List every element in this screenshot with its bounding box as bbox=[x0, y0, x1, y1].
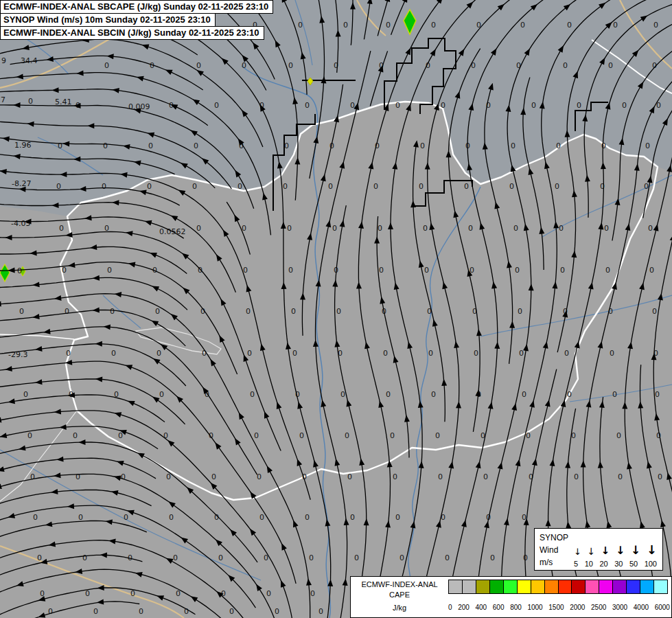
wind-arrow-icon: ↓ bbox=[574, 547, 581, 556]
wind-speed-arrows: ↓↓↓↓↓↓ bbox=[574, 530, 657, 556]
cape-legend: ECMWF-INDEX-ANAL CAPE J/kg 0200400600800… bbox=[350, 576, 672, 618]
cape-color-cell bbox=[613, 580, 627, 593]
cape-tick-label: 6000 bbox=[655, 604, 670, 612]
map-title-line-2: SYNOP Wind (m/s) 10m Sunday 02-11-2025 2… bbox=[0, 13, 216, 27]
cape-tick-label: 800 bbox=[510, 604, 522, 612]
wind-arrow-icon: ↓ bbox=[601, 546, 610, 556]
cape-color-cell bbox=[518, 580, 531, 593]
cape-tick-label: 1000 bbox=[527, 604, 542, 612]
cape-color-cell bbox=[599, 580, 613, 593]
wind-arrow-icon: ↓ bbox=[647, 544, 657, 556]
cape-tick-label: 2500 bbox=[591, 604, 606, 612]
cape-colorbar bbox=[448, 580, 668, 594]
weather-map-canvas: 0000000000000000000000000000000000000000… bbox=[0, 0, 672, 618]
cape-legend-title-line1: ECMWF-INDEX-ANAL bbox=[351, 580, 448, 590]
cape-color-cell bbox=[490, 580, 504, 593]
wind-legend-unit: m/s bbox=[540, 556, 572, 569]
cape-tick-label: 4000 bbox=[634, 604, 649, 612]
wind-streamlines-layer bbox=[0, 0, 672, 618]
cape-tick-label: 3000 bbox=[612, 604, 627, 612]
cape-legend-top: ECMWF-INDEX-ANAL CAPE bbox=[351, 577, 671, 600]
cape-color-cell bbox=[559, 580, 572, 593]
cape-color-cell bbox=[463, 580, 476, 593]
map-title-line-1: ECMWF-INDEX-ANAL SBCAPE (J/kg) Sunday 02… bbox=[0, 0, 273, 14]
wind-legend-labels: SYNOP Wind m/s bbox=[535, 529, 572, 570]
cape-unit-label: J/kg bbox=[351, 600, 448, 612]
cape-tick-label: 400 bbox=[476, 604, 487, 612]
cape-color-cell bbox=[654, 580, 667, 593]
wind-speed-value: 50 bbox=[629, 560, 638, 568]
wind-arrow-icon: ↓ bbox=[588, 547, 596, 556]
cape-legend-bottom: J/kg 02004006008001000150020002500300040… bbox=[351, 600, 671, 612]
cape-tick-label: 600 bbox=[493, 604, 505, 612]
cape-legend-title: ECMWF-INDEX-ANAL CAPE bbox=[351, 577, 448, 600]
cape-color-cell bbox=[449, 580, 463, 593]
wind-speed-value: 10 bbox=[585, 560, 593, 568]
wind-speed-values: 510203050100 bbox=[574, 560, 657, 568]
wind-speed-value: 100 bbox=[645, 560, 657, 568]
cape-tick-label: 0 bbox=[448, 604, 452, 612]
cape-color-cell bbox=[627, 580, 640, 593]
wind-legend-subtitle: Wind bbox=[540, 544, 572, 556]
cape-color-cell bbox=[531, 580, 545, 593]
wind-arrow-icon: ↓ bbox=[631, 545, 640, 556]
cape-color-cell bbox=[476, 580, 490, 593]
wind-speed-value: 30 bbox=[614, 560, 623, 568]
cape-legend-title-line2: CAPE bbox=[351, 590, 448, 600]
cape-tick-label: 200 bbox=[458, 604, 470, 612]
cape-color-cell bbox=[572, 580, 586, 593]
cape-tick-labels: 0200400600800100015002000250030004000600… bbox=[448, 600, 670, 612]
cape-tick-label: 1500 bbox=[548, 604, 564, 612]
cape-color-cell bbox=[586, 580, 599, 593]
streamlines bbox=[0, 0, 672, 618]
cape-color-cell bbox=[504, 580, 518, 593]
wind-speed-value: 5 bbox=[574, 560, 578, 568]
cape-color-cell bbox=[640, 580, 654, 593]
wind-legend-title: SYNOP bbox=[540, 531, 572, 544]
cape-tick-label: 2000 bbox=[570, 604, 585, 612]
wind-arrow-icon: ↓ bbox=[616, 545, 625, 556]
wind-legend: SYNOP Wind m/s ↓↓↓↓↓↓ 510203050100 bbox=[534, 528, 663, 571]
map-title-line-3: ECMWF-INDEX-ANAL SBCIN (J/kg) Sunday 02-… bbox=[0, 26, 264, 40]
wind-speed-value: 20 bbox=[599, 560, 607, 568]
cape-color-cell bbox=[545, 580, 559, 593]
map-title-box: ECMWF-INDEX-ANAL SBCAPE (J/kg) Sunday 02… bbox=[0, 0, 273, 40]
wind-legend-scale: ↓↓↓↓↓↓ 510203050100 bbox=[572, 529, 662, 570]
